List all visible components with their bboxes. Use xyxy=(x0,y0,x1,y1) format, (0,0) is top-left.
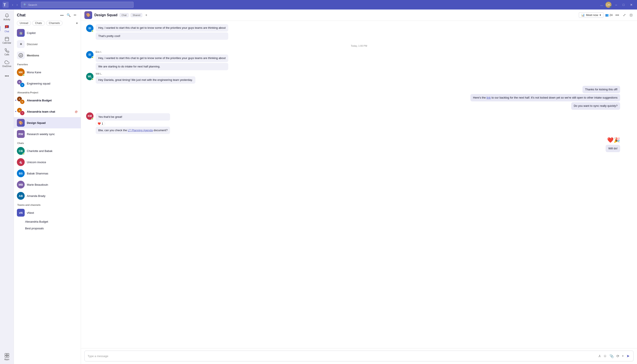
alexandria-team-chat-avatar: A T xyxy=(17,108,25,116)
filter-chats[interactable]: Chats xyxy=(32,21,45,26)
list-item-engineering-squad[interactable]: E S Engineering squad xyxy=(14,78,81,89)
list-item-unicorn-invoice[interactable]: 🦄 Unicorn invoice xyxy=(14,156,81,168)
discover-info: Discover xyxy=(27,42,78,46)
list-item-marie-beaudouin[interactable]: MB Marie Beaudouin xyxy=(14,179,81,190)
sidebar: Activity 2 Chat Calendar Calls xyxy=(0,10,14,364)
will-avatar: WL xyxy=(86,73,94,80)
chats-section-label: Chats xyxy=(14,140,81,145)
kayo-reaction[interactable]: ❤️ 1 xyxy=(96,122,105,126)
search-icon: 🔍 xyxy=(23,3,27,6)
list-item-design-squad[interactable]: 🎨 Design Squad xyxy=(14,117,81,128)
design-squad-info: Design Squad xyxy=(27,121,78,124)
close-button[interactable]: ✕ xyxy=(628,2,634,7)
message-group-self-1: Thanks for kicking this off! Here's the … xyxy=(86,86,632,110)
user-avatar[interactable]: DK xyxy=(605,2,611,8)
vnext-avatar: vN xyxy=(17,209,25,216)
alexandria-budget-avatar: A B xyxy=(17,96,25,104)
teams-logo: T xyxy=(3,2,9,8)
marie-beaudouin-info: Marie Beaudouin xyxy=(27,183,78,186)
maximize-button[interactable]: □ xyxy=(621,2,626,7)
filter-channels[interactable]: Channels xyxy=(46,21,63,26)
self-emoji: ❤️🎉 xyxy=(607,137,620,143)
will-status xyxy=(92,78,94,80)
chat-label: Chat xyxy=(5,30,9,33)
emoji-button[interactable]: ☺ xyxy=(602,354,607,358)
backlog-link[interactable]: link xyxy=(487,96,491,99)
self-bubble-will-do: Will do! xyxy=(606,145,620,152)
expand-button[interactable]: ⊡ xyxy=(628,12,633,18)
alexandria-section-label: Alexandria Project xyxy=(14,89,81,95)
self-bubble-1: Here's the link to our backlog for the n… xyxy=(470,94,620,102)
mention-icon: @ xyxy=(75,110,78,113)
list-item-alexandria-team-chat[interactable]: A T Alexandria team chat @ xyxy=(14,106,81,117)
back-button[interactable]: ‹ xyxy=(11,2,15,7)
amanda-brady-info: Amanda Brady xyxy=(27,194,78,198)
list-item-discover[interactable]: ✦ Discover xyxy=(14,38,81,50)
babak-shammas-name: Babak Shammas xyxy=(27,172,78,175)
search-bar[interactable]: 🔍 xyxy=(21,2,134,8)
new-chat-button[interactable]: ✏ xyxy=(73,12,78,18)
engineering-squad-info: Engineering squad xyxy=(27,82,78,85)
svg-rect-6 xyxy=(7,355,9,357)
eric-status xyxy=(92,56,94,58)
best-proposals-info: Best proposals xyxy=(25,227,78,230)
list-item-copilot[interactable]: 🤖 Copilot xyxy=(14,27,81,38)
unicorn-invoice-avatar: 🦄 xyxy=(17,158,25,166)
sidebar-item-onedrive[interactable]: OneDrive xyxy=(1,58,13,69)
chat-panel-title: Chat xyxy=(17,13,57,18)
more-options-icon[interactable]: ... xyxy=(600,3,603,7)
forward-button[interactable]: › xyxy=(15,2,19,7)
list-item-alexandria-budget[interactable]: A B Alexandria Budget xyxy=(14,95,81,106)
chat-header-more-button[interactable]: ••• xyxy=(614,12,620,18)
filter-expand-button[interactable]: ▾ xyxy=(76,22,78,25)
title-bar-right: ... DK – □ ✕ xyxy=(600,2,634,8)
mona-status xyxy=(23,74,25,76)
filter-unread[interactable]: Unread xyxy=(17,21,31,26)
mentions-info: Mentions xyxy=(27,54,78,57)
sidebar-item-apps[interactable]: Apps xyxy=(1,351,13,362)
vnext-name: vNext xyxy=(27,211,78,214)
send-button[interactable]: ➤ xyxy=(626,353,630,359)
list-item-alexandria-budget-ch[interactable]: Alexandria Budget xyxy=(14,218,81,225)
list-item-research-weekly[interactable]: RW Research weekly sync xyxy=(14,128,81,140)
more-button[interactable]: + xyxy=(621,354,624,358)
eric-content: Eric I. Hey, I wanted to start this chat… xyxy=(96,50,228,70)
compose-input[interactable] xyxy=(88,354,596,358)
list-item-mentions[interactable]: @ Mentions xyxy=(14,50,81,61)
sidebar-item-activity[interactable]: Activity xyxy=(1,11,13,22)
kayo-content: Yes that'd be great! ❤️ 1 Btw, can you c… xyxy=(96,112,170,134)
search-input[interactable] xyxy=(28,3,131,6)
shared-tag[interactable]: Shared xyxy=(131,13,142,17)
search-chats-button[interactable]: 🔍 xyxy=(66,12,72,18)
kayo-bubble-1: Btw, can you check the LT Planning Agend… xyxy=(96,127,170,134)
loop-button[interactable]: ⟳ xyxy=(616,354,620,359)
list-item-best-proposals[interactable]: Best proposals xyxy=(14,225,81,232)
sidebar-item-calendar[interactable]: Calendar xyxy=(1,34,13,46)
list-item-mona-kane[interactable]: MK Mona Kane xyxy=(14,66,81,78)
lt-planning-link[interactable]: LT Planning Agenda xyxy=(128,128,153,132)
engineering-squad-name: Engineering squad xyxy=(27,82,78,85)
title-bar: T ‹ › 🔍 ... DK – □ ✕ xyxy=(0,0,637,10)
attach-button[interactable]: 📎 xyxy=(609,354,614,359)
eric-sender: Eric I. xyxy=(96,50,228,53)
meet-now-button[interactable]: 📊 Meet now ▾ xyxy=(579,12,603,18)
chat-header-avatar: 🎨 xyxy=(84,11,92,19)
timestamp-divider-1: Today, 1:00 PM xyxy=(86,44,632,47)
chat-header-actions: ••• 🔍 ✏ xyxy=(59,12,78,18)
minimize-button[interactable]: – xyxy=(614,2,619,7)
chat-options-button[interactable]: ••• xyxy=(59,12,65,18)
sidebar-item-more[interactable]: ••• xyxy=(1,70,13,82)
format-button[interactable]: 𝐴 xyxy=(598,354,601,358)
add-tab-button[interactable]: + xyxy=(144,12,148,18)
app-body: Activity 2 Chat Calendar Calls xyxy=(0,10,637,364)
sidebar-item-chat[interactable]: 2 Chat xyxy=(1,23,13,34)
sidebar-item-calls[interactable]: Calls xyxy=(1,46,13,58)
list-item-babak-shammas[interactable]: BS Babak Shammas xyxy=(14,168,81,179)
popout-button[interactable]: ⤢ xyxy=(622,12,627,18)
list-item-charlotte-babak[interactable]: CB Charlotte and Babak xyxy=(14,145,81,156)
chat-tag[interactable]: Chat xyxy=(120,13,129,17)
svg-rect-5 xyxy=(5,355,7,357)
list-item-vnext[interactable]: vN vNext xyxy=(14,207,81,218)
list-item-amanda-brady[interactable]: AB Amanda Brady xyxy=(14,190,81,202)
participants-button[interactable]: 👥 24 xyxy=(605,14,612,17)
